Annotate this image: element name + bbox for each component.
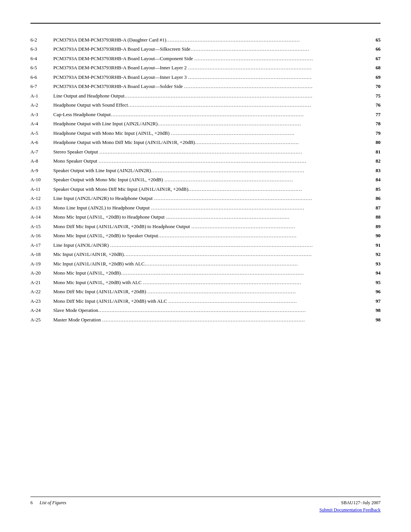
entry-page: 96 bbox=[365, 287, 381, 297]
footer-section-label: List of Figures bbox=[40, 500, 66, 505]
entry-number: A-21 bbox=[30, 278, 53, 287]
entry-label: Headphone Output with Mono Diff Mic Inpu… bbox=[53, 138, 365, 147]
list-item: A-1Line Output and Headphone Output……………… bbox=[30, 91, 381, 101]
entry-label: Mono Mic Input (AIN1L, +20dB)……………………………… bbox=[53, 268, 365, 278]
list-item: A-24Slave Mode Operation…………………………………………… bbox=[30, 306, 381, 315]
entry-label: Mono Diff Mic Input (AIN1L/AIN1R, +20dB)… bbox=[53, 287, 365, 297]
list-item: A-18Mic Input (AIN1L/AIN1R, +20dB)………………… bbox=[30, 250, 381, 259]
list-item: 6-5PCM3793A DEM-PCM3793RHB-A Board Layou… bbox=[30, 63, 381, 73]
entry-number: A-4 bbox=[30, 119, 53, 129]
entry-number: A-8 bbox=[30, 157, 53, 166]
entry-page: 88 bbox=[365, 212, 381, 222]
list-item: A-14Mono Mic Input (AIN1L, +20dB) to Hea… bbox=[30, 212, 381, 222]
list-item: A-4Headphone Output with Line Input (AIN… bbox=[30, 119, 381, 129]
list-item: A-15Mono Diff Mic Input (AIN1L/AIN1R, +2… bbox=[30, 222, 381, 231]
entry-page: 65 bbox=[365, 35, 381, 45]
entry-number: A-17 bbox=[30, 240, 53, 250]
page-container: 6-2PCM3793A DEM-PCM3793RHB-A (Daughter C… bbox=[0, 0, 411, 532]
entry-number: A-12 bbox=[30, 194, 53, 203]
list-item: A-7Stereo Speaker Output ………………………………………… bbox=[30, 147, 381, 157]
entry-label: Mono Mic Input (AIN1L, +20dB) to Speaker… bbox=[53, 231, 365, 241]
list-item: A-6Headphone Output with Mono Diff Mic I… bbox=[30, 138, 381, 147]
entry-page: 94 bbox=[365, 268, 381, 278]
list-item: A-23Mono Diff Mic Input (AIN1L/AIN1R, +2… bbox=[30, 296, 381, 306]
entry-label: Slave Mode Operation……………………………………………………… bbox=[53, 306, 365, 315]
entry-number: A-9 bbox=[30, 166, 53, 175]
entry-label: Mono Mic Input (AIN1L, +20dB) with ALC …… bbox=[53, 278, 365, 287]
entry-number: A-25 bbox=[30, 315, 53, 324]
entry-label: Speaker Output with Line Input (AIN2L/AI… bbox=[53, 166, 365, 175]
entry-number: A-16 bbox=[30, 231, 53, 241]
list-item: A-13Mono Line Input (AIN2L) to Headphone… bbox=[30, 203, 381, 212]
entry-page: 84 bbox=[365, 175, 381, 185]
entry-page: 93 bbox=[365, 259, 381, 268]
entry-number: A-13 bbox=[30, 203, 53, 212]
entry-page: 66 bbox=[365, 45, 381, 54]
list-item: A-21Mono Mic Input (AIN1L, +20dB) with A… bbox=[30, 278, 381, 287]
footer-right: SBAU127−July 2007 Submit Documentation F… bbox=[319, 500, 381, 513]
entry-number: A-2 bbox=[30, 101, 53, 110]
entry-page: 85 bbox=[365, 184, 381, 194]
list-item: A-20Mono Mic Input (AIN1L, +20dB)…………………… bbox=[30, 268, 381, 278]
entry-page: 81 bbox=[365, 147, 381, 157]
entry-page: 92 bbox=[365, 250, 381, 259]
entry-page: 97 bbox=[365, 296, 381, 306]
entry-label: Headphone Output with Line Input (AIN2L/… bbox=[53, 119, 365, 129]
entry-number: 6-5 bbox=[30, 63, 53, 73]
entry-label: Speaker Output with Mono Mic Input (AIN1… bbox=[53, 175, 365, 185]
entry-page: 95 bbox=[365, 278, 381, 287]
entry-label: PCM3793A DEM-PCM3793RHB-A Board Layout—C… bbox=[53, 54, 365, 63]
entry-number: A-14 bbox=[30, 212, 53, 222]
list-item: 6-2PCM3793A DEM-PCM3793RHB-A (Daughter C… bbox=[30, 35, 381, 45]
entry-label: Mono Mic Input (AIN1L, +20dB) to Headpho… bbox=[53, 212, 365, 222]
top-border bbox=[30, 23, 381, 24]
entry-label: Mono Diff Mic Input (AIN1L/AIN1R, +20dB)… bbox=[53, 222, 365, 231]
entry-label: Cap-Less Headphone Output………………………………………… bbox=[53, 110, 365, 119]
list-item: 6-7PCM3793A DEM-PCM3793RHB-A Board Layou… bbox=[30, 82, 381, 91]
list-item: A-12Line Input (AIN2L/AIN2R) to Headphon… bbox=[30, 194, 381, 203]
entry-number: 6-2 bbox=[30, 35, 53, 45]
footer-page-number: 6 bbox=[30, 500, 33, 505]
entry-page: 86 bbox=[365, 194, 381, 203]
entry-page: 91 bbox=[365, 240, 381, 250]
list-item: A-16Mono Mic Input (AIN1L, +20dB) to Spe… bbox=[30, 231, 381, 241]
list-item: A-10Speaker Output with Mono Mic Input (… bbox=[30, 175, 381, 185]
entry-label: Master Mode Operation ………………………………………………… bbox=[53, 315, 365, 324]
entry-number: 6-3 bbox=[30, 45, 53, 54]
entry-page: 75 bbox=[365, 91, 381, 101]
entry-page: 98 bbox=[365, 315, 381, 324]
entry-label: Line Input (AIN2L/AIN2R) to Headphone Ou… bbox=[53, 194, 365, 203]
entry-page: 80 bbox=[365, 138, 381, 147]
entry-label: PCM3793A DEM-PCM3793RHB-A (Daughter Card… bbox=[53, 35, 365, 45]
list-item: 6-6PCM3793A DEM-PCM3793RHB-A Board Layou… bbox=[30, 72, 381, 82]
entry-label: PCM3793A DEM-PCM3793RHB-A Board Layout—S… bbox=[53, 45, 365, 54]
entry-number: A-20 bbox=[30, 268, 53, 278]
entry-number: A-7 bbox=[30, 147, 53, 157]
list-item: A-9Speaker Output with Line Input (AIN2L… bbox=[30, 166, 381, 175]
entry-label: Mic Input (AIN1L/AIN1R, +20dB)…………………………… bbox=[53, 250, 365, 259]
entry-page: 78 bbox=[365, 119, 381, 129]
list-item: A-25Master Mode Operation ……………………………………… bbox=[30, 315, 381, 324]
entry-page: 77 bbox=[365, 110, 381, 119]
footer-left: 6 List of Figures bbox=[30, 500, 66, 506]
entry-number: A-24 bbox=[30, 306, 53, 315]
entry-page: 67 bbox=[365, 54, 381, 63]
entry-page: 83 bbox=[365, 166, 381, 175]
entry-page: 82 bbox=[365, 157, 381, 166]
entry-number: 6-6 bbox=[30, 72, 53, 82]
footer-doc-id: SBAU127−July 2007 bbox=[319, 500, 381, 506]
entry-page: 98 bbox=[365, 306, 381, 315]
entry-page: 68 bbox=[365, 63, 381, 73]
entry-label: Headphone Output with Sound Effect………………… bbox=[53, 101, 365, 110]
list-item: A-2Headphone Output with Sound Effect………… bbox=[30, 101, 381, 110]
entry-number: A-3 bbox=[30, 110, 53, 119]
entry-label: Mono Line Input (AIN2L) to Headphone Out… bbox=[53, 203, 365, 212]
entry-page: 87 bbox=[365, 203, 381, 212]
footer-feedback-link[interactable]: Submit Documentation Feedback bbox=[319, 507, 381, 513]
entry-label: Speaker Output with Mono Diff Mic Input … bbox=[53, 184, 365, 194]
list-item: A-19Mic Input (AIN1L/AIN1R, +20dB) with … bbox=[30, 259, 381, 268]
entry-label: Line Output and Headphone Output……………………… bbox=[53, 91, 365, 101]
entry-number: A-11 bbox=[30, 184, 53, 194]
footer: 6 List of Figures SBAU127−July 2007 Subm… bbox=[30, 497, 381, 513]
entry-number: A-6 bbox=[30, 138, 53, 147]
